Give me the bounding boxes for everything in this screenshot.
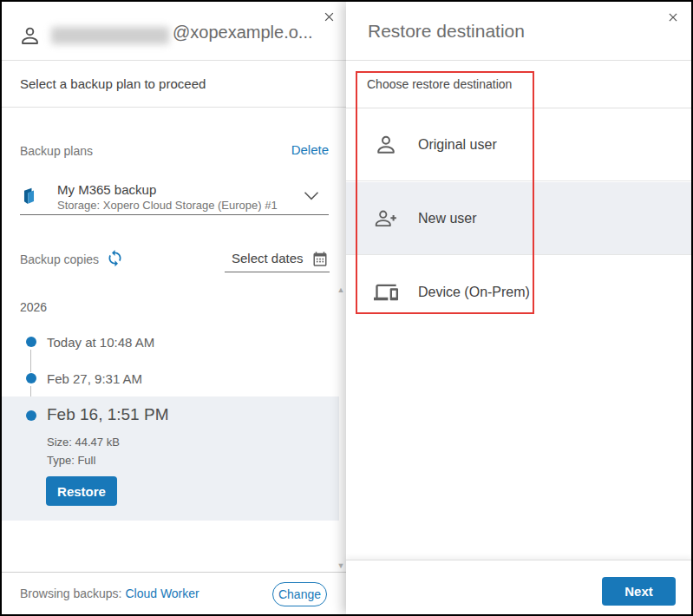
restore-button[interactable]: Restore bbox=[46, 476, 117, 506]
person-icon bbox=[18, 24, 42, 51]
panel-title: Restore destination bbox=[368, 21, 525, 42]
destination-option-new-user[interactable]: New user bbox=[346, 182, 691, 255]
person-icon bbox=[374, 133, 398, 157]
next-button[interactable]: Next bbox=[602, 577, 676, 606]
timeline-year: 2026 bbox=[20, 300, 47, 314]
select-dates-label: Select dates bbox=[232, 251, 304, 265]
backup-copy-item[interactable]: Today at 10:48 AM bbox=[47, 335, 154, 350]
person-add-icon bbox=[374, 206, 398, 231]
close-icon[interactable] bbox=[667, 11, 681, 25]
browsing-worker-link[interactable]: Cloud Worker bbox=[125, 587, 199, 600]
dialog-subtitle: Select a backup plan to proceed bbox=[2, 61, 346, 108]
select-dates-control[interactable]: Select dates bbox=[225, 247, 330, 272]
restore-destination-panel: Restore destination Choose restore desti… bbox=[346, 2, 691, 614]
timeline-dot bbox=[26, 337, 36, 347]
app-window: @xopexample.o... Select a backup plan to… bbox=[0, 0, 693, 616]
restore-destination-footer: Next bbox=[346, 560, 691, 614]
browsing-backups-text: Browsing backups: Cloud Worker bbox=[20, 587, 199, 600]
backup-copies-label: Backup copies bbox=[20, 252, 99, 266]
sync-icon[interactable] bbox=[106, 249, 124, 271]
devices-icon bbox=[374, 280, 398, 305]
restore-destination-header: Restore destination bbox=[346, 2, 691, 61]
user-email-suffix: @xopexample.o... bbox=[173, 23, 313, 43]
plan-name: My M365 backup bbox=[57, 182, 156, 197]
calendar-icon bbox=[312, 251, 328, 271]
backup-type: Type: Full bbox=[47, 454, 95, 467]
destination-option-label: New user bbox=[418, 211, 477, 226]
destination-option-label: Original user bbox=[418, 137, 497, 153]
browsing-backups-label: Browsing backups: bbox=[20, 587, 122, 600]
redacted-username bbox=[51, 27, 169, 44]
backup-plan-select[interactable]: My M365 backup Storage: Xopero Cloud Sto… bbox=[20, 179, 329, 215]
m365-icon bbox=[22, 187, 36, 209]
plan-storage: Storage: Xopero Cloud Storage (Europe) #… bbox=[57, 199, 278, 212]
destination-option-device[interactable]: Device (On-Prem) bbox=[346, 256, 691, 329]
scrollbar-up-icon[interactable]: ▲ bbox=[337, 286, 345, 293]
backup-dialog-footer: Browsing backups: Cloud Worker Change bbox=[2, 572, 346, 614]
timeline-dot bbox=[26, 410, 36, 421]
change-worker-button[interactable]: Change bbox=[272, 582, 327, 606]
choose-destination-label: Choose restore destination bbox=[367, 77, 512, 91]
timeline-connector bbox=[30, 350, 31, 372]
backup-copy-item[interactable]: Feb 27, 9:31 AM bbox=[47, 371, 142, 386]
backup-size: Size: 44.47 kB bbox=[47, 436, 120, 449]
delete-plan-button[interactable]: Delete bbox=[291, 142, 329, 157]
close-icon[interactable] bbox=[323, 10, 337, 24]
destination-option-label: Device (On-Prem) bbox=[418, 285, 530, 300]
backup-plan-dialog: @xopexample.o... Select a backup plan to… bbox=[2, 2, 346, 614]
destination-option-original-user[interactable]: Original user bbox=[346, 108, 691, 181]
chevron-down-icon bbox=[303, 189, 320, 205]
backup-plans-label: Backup plans bbox=[20, 144, 93, 158]
scrollbar-down-icon[interactable]: ▼ bbox=[337, 562, 345, 569]
backup-dialog-header: @xopexample.o... bbox=[2, 2, 346, 61]
timeline-dot bbox=[26, 373, 36, 383]
backup-copy-item-selected[interactable]: Feb 16, 1:51 PM bbox=[47, 405, 168, 424]
